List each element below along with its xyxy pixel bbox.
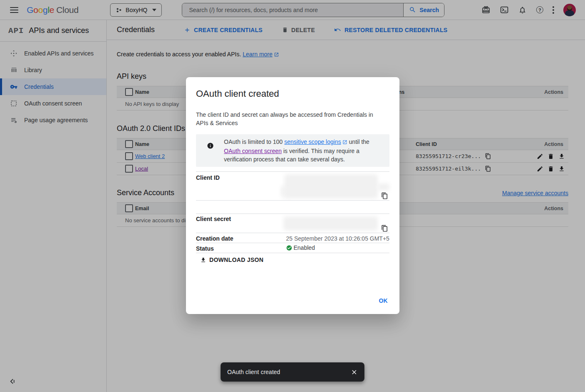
divider: [196, 233, 389, 233]
client-secret-label: Client secret: [196, 216, 231, 222]
check-circle-icon: [286, 245, 292, 251]
google-cloud-console: Google Cloud BoxyHQ Search ? API: [0, 0, 585, 392]
creation-date-label: Creation date: [196, 235, 233, 242]
copy-client-id-icon[interactable]: [381, 192, 388, 201]
notice-text: OAuth is limited to 100 sensitive scope …: [224, 138, 380, 163]
sensitive-scope-logins-link[interactable]: sensitive scope logins: [284, 138, 341, 145]
oauth-consent-screen-link[interactable]: OAuth consent screen: [224, 148, 282, 154]
notice-mid: until the: [347, 138, 369, 145]
copy-client-secret-icon[interactable]: [381, 225, 388, 233]
oauth-client-created-dialog: OAuth client created The client ID and s…: [186, 77, 399, 314]
external-link-icon: [342, 138, 347, 147]
redacted-client-id: [281, 186, 286, 197]
close-icon[interactable]: [351, 369, 358, 376]
redacted-client-id: [378, 183, 389, 191]
toast-snackbar: OAuth client created: [221, 362, 364, 382]
status-text: Enabled: [294, 244, 315, 251]
dialog-title: OAuth client created: [196, 88, 279, 99]
toast-message: OAuth client created: [227, 369, 280, 375]
redacted-client-secret: [284, 216, 378, 231]
verification-notice: OAuth is limited to 100 sensitive scope …: [196, 134, 389, 167]
redacted-client-id: [284, 174, 378, 199]
client-id-label: Client ID: [196, 174, 220, 181]
ok-button[interactable]: OK: [374, 294, 393, 307]
notice-pre: OAuth is limited to 100: [224, 138, 284, 145]
divider: [196, 253, 389, 253]
divider: [196, 171, 389, 172]
divider: [196, 243, 389, 243]
divider: [196, 214, 389, 214]
dialog-subtitle: The client ID and secret can always be a…: [196, 111, 383, 127]
download-json-label: DOWNLOAD JSON: [209, 256, 264, 263]
info-icon: [207, 142, 214, 151]
download-icon: [200, 257, 206, 263]
creation-date-value: 25 September 2023 at 10:26:05 GMT+5: [286, 235, 389, 242]
download-json-button[interactable]: DOWNLOAD JSON: [200, 256, 264, 263]
status-label: Status: [196, 245, 214, 252]
status-value: Enabled: [286, 244, 315, 251]
divider: [196, 200, 389, 201]
